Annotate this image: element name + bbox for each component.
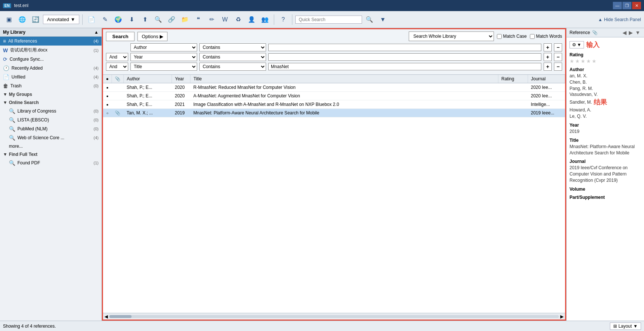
sidebar-item-unfiled[interactable]: 📄 Unfiled (4) [0, 73, 102, 81]
restore-button[interactable]: ❐ [623, 2, 631, 9]
field-select-1[interactable]: Author [130, 43, 197, 51]
toolbar-icon-folder[interactable]: 📁 [179, 14, 191, 26]
scroll-left-btn[interactable]: ◀ [104, 314, 108, 319]
col-header-rating[interactable]: Rating [498, 75, 528, 83]
search-value-input-3[interactable] [268, 63, 541, 70]
rating-star-3[interactable]: ★ [581, 58, 585, 64]
col-header-dot[interactable]: ● [103, 75, 112, 83]
quick-search-input[interactable] [295, 16, 362, 24]
minimize-button[interactable]: — [613, 2, 622, 9]
operator-select-3[interactable]: Contains [199, 63, 266, 71]
toolbar-icon-page[interactable]: ▣ [3, 14, 15, 26]
col-header-author[interactable]: Author [124, 75, 172, 83]
library-select[interactable]: Search Whole Library [409, 31, 494, 41]
col-header-year[interactable]: Year [172, 75, 190, 83]
operator-select-1[interactable]: Contains [199, 43, 266, 51]
row-dot: ● [103, 83, 112, 92]
toolbar-icon-cycle[interactable]: ♻ [232, 14, 244, 26]
logic-select-3[interactable]: And Or Not [106, 63, 128, 71]
toolbar-icon-users[interactable]: 👥 [259, 14, 271, 26]
ref-nav-prev[interactable]: ◀ [622, 30, 627, 36]
col-header-clip[interactable]: 📎 [112, 75, 124, 83]
toolbar-icon-word[interactable]: W [219, 14, 231, 26]
row-rating [498, 83, 528, 92]
title-bar-left: EN test.enl [3, 3, 29, 8]
toolbar-icon-find[interactable]: 🔍 [152, 14, 164, 26]
table-row[interactable]: ● Shah, P.; E... 2020 R-MnasNet: Reduced… [103, 83, 565, 92]
col-header-journal[interactable]: Journal [528, 75, 565, 83]
sidebar-collapse-icon[interactable]: ▲ [94, 30, 99, 35]
online-search-section[interactable]: ▼ Online Search [0, 98, 102, 107]
layout-button[interactable]: ⊞ Layout ▼ [610, 322, 641, 330]
col-header-title[interactable]: Title [190, 75, 498, 83]
rating-star-1[interactable]: ★ [570, 58, 574, 64]
logic-select-2[interactable]: And Or Not [106, 53, 128, 61]
sidebar-item-found-pdf[interactable]: 🔍 Found PDF (1) [0, 158, 102, 167]
operator-select-2[interactable]: Contains [199, 53, 266, 61]
results-area: ● 📎 Author Year Title Rating Journal ● S… [103, 75, 565, 313]
toolbar-icon-new-ref[interactable]: 📄 [86, 14, 97, 26]
toolbar-icon-search-options[interactable]: ▼ [377, 14, 389, 26]
toolbar-icon-cite[interactable]: ❝ [192, 14, 204, 26]
toolbar-icon-web[interactable]: 🌐 [16, 14, 28, 26]
annotated-button[interactable]: Annotated ▼ [43, 15, 79, 24]
match-words-checkbox[interactable] [530, 34, 535, 39]
sidebar-item-word-doc[interactable]: W 尝试试用引用.docx (1) [0, 46, 102, 55]
rating-star-2[interactable]: ★ [575, 58, 580, 64]
ref-tab-label[interactable]: Reference [570, 30, 590, 35]
field-select-2[interactable]: Year [130, 53, 197, 61]
search-value-input-1[interactable] [268, 44, 541, 51]
my-library-label: My Library [3, 30, 26, 35]
search-value-input-2[interactable] [268, 53, 541, 61]
sidebar-item-configure-sync[interactable]: ⟳ Configure Sync... [0, 55, 102, 64]
sidebar-item-loc[interactable]: 🔍 Library of Congress (0) [0, 107, 102, 116]
hide-search-button[interactable]: ▲ Hide Search Panel [598, 17, 641, 22]
add-criteria-btn-3[interactable]: + [544, 63, 552, 71]
table-row[interactable]: ● Shah, P.; E... 2020 A-MnasNet: Augment… [103, 92, 565, 100]
toolbar-icon-upload[interactable]: ⬆ [139, 14, 151, 26]
toolbar-icon-help[interactable]: ? [277, 14, 289, 26]
ref-gear-button[interactable]: ⚙ ▼ [570, 41, 584, 49]
rating-star-5[interactable]: ★ [592, 58, 597, 64]
ref-panel-expand[interactable]: ▼ [634, 30, 641, 36]
search-button[interactable]: Search [106, 32, 135, 41]
find-fulltext-section[interactable]: ▼ Find Full Text [0, 150, 102, 158]
close-button[interactable]: ✕ [632, 2, 641, 9]
toolbar-icon-link[interactable]: 🔗 [166, 14, 177, 26]
scroll-right-btn[interactable]: ▶ [560, 314, 564, 319]
rating-star-4[interactable]: ★ [586, 58, 591, 64]
toolbar-separator-1 [82, 14, 83, 25]
toolbar-icon-search-go[interactable]: 🔍 [364, 14, 375, 26]
sidebar-item-wos[interactable]: 🔍 Web of Science Core ... (4) [0, 133, 102, 142]
match-case-checkbox[interactable] [497, 34, 502, 39]
toolbar-icon-download[interactable]: ⬇ [126, 14, 137, 26]
table-row[interactable]: ● Shah, P.; E... 2021 Image Classificati… [103, 100, 565, 109]
toolbar-icon-note[interactable]: ✏ [206, 14, 218, 26]
table-row[interactable]: ○ 📎 Tan, M. X.; ... 2019 MnasNet: Platfo… [103, 109, 565, 117]
toolbar-icon-edit[interactable]: ✎ [99, 14, 111, 26]
ref-nav-next[interactable]: ▶ [628, 30, 634, 36]
toolbar-icon-user[interactable]: 👤 [246, 14, 258, 26]
ref-year-label: Year [570, 123, 641, 128]
toolbar-icon-sync[interactable]: 🔄 [30, 14, 42, 26]
sidebar-item-recently-added[interactable]: 🕐 Recently Added (4) [0, 64, 102, 73]
my-groups-section[interactable]: ▼ My Groups [0, 90, 102, 98]
toolbar-icon-search-online[interactable]: 🌍 [112, 14, 124, 26]
ref-author-value: an, M. X. Chen, B. Pang, R. M. Vasudevan… [570, 73, 641, 120]
match-case-label[interactable]: Match Case [497, 34, 527, 39]
sidebar-item-trash[interactable]: 🗑 Trash (0) [0, 81, 102, 90]
remove-criteria-btn-2[interactable]: − [554, 53, 562, 61]
sidebar-item-all-references[interactable]: ≡ All References (4) [0, 37, 102, 46]
add-criteria-btn-2[interactable]: + [544, 53, 552, 61]
remove-criteria-btn-3[interactable]: − [554, 63, 562, 71]
add-criteria-btn-1[interactable]: + [544, 43, 552, 51]
sidebar-item-more[interactable]: more... [0, 142, 102, 150]
word-doc-icon: W [3, 47, 8, 53]
sidebar-item-pubmed[interactable]: 🔍 PubMed (NLM) (0) [0, 124, 102, 133]
field-select-3[interactable]: Title [130, 63, 197, 71]
row-year: 2021 [172, 100, 190, 109]
match-words-label[interactable]: Match Words [530, 34, 562, 39]
remove-criteria-btn-1[interactable]: − [554, 43, 562, 51]
sidebar-item-lista[interactable]: 🔍 LISTA (EBSCO) (0) [0, 116, 102, 124]
options-button[interactable]: Options ▶ [137, 32, 167, 41]
